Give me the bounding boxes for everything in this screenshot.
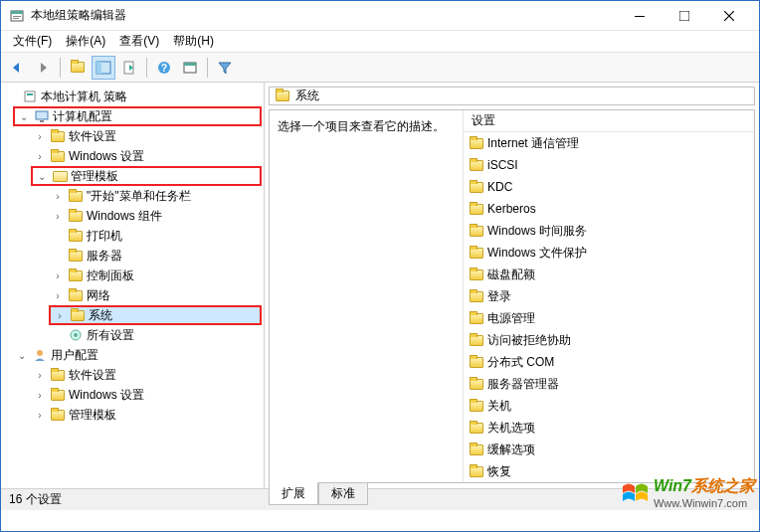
list-item-label: Windows 时间服务	[487, 223, 587, 240]
toggle-icon[interactable]: ⌄	[17, 109, 31, 123]
tree-label: 管理模板	[69, 407, 116, 424]
app-icon	[9, 8, 25, 24]
tree-label: Windows 组件	[87, 208, 162, 225]
svg-rect-7	[96, 62, 101, 74]
column-header-settings[interactable]: 设置	[464, 110, 754, 132]
tree-computer-config[interactable]: ⌄ 计算机配置	[13, 106, 262, 126]
folder-icon	[51, 151, 65, 162]
toggle-icon[interactable]: ›	[33, 149, 47, 163]
tree-admin-templates[interactable]: ⌄管理模板	[31, 166, 262, 186]
folder-icon	[470, 335, 483, 346]
toolbar: ?	[1, 53, 759, 83]
tree-root[interactable]: 本地计算机 策略	[3, 87, 262, 106]
tree-user-config[interactable]: ⌄ 用户配置	[13, 345, 262, 365]
folder-icon	[51, 410, 65, 421]
tree-servers[interactable]: 服务器	[49, 246, 262, 266]
menu-help[interactable]: 帮助(H)	[167, 31, 220, 52]
list-item[interactable]: 缓解选项	[464, 439, 754, 460]
folder-icon	[470, 248, 483, 259]
list-item[interactable]: KDC	[464, 176, 754, 198]
tree-printers[interactable]: 打印机	[49, 226, 262, 246]
menu-file[interactable]: 文件(F)	[7, 31, 58, 52]
folder-icon	[69, 270, 83, 281]
list-item[interactable]: 电源管理	[464, 307, 754, 329]
details-pane: 系统 选择一个项目来查看它的描述。 设置 Internet 通信管理iSCSIK…	[265, 83, 759, 488]
toggle-icon[interactable]: ›	[33, 129, 47, 143]
export-button[interactable]	[117, 56, 141, 80]
list-item-label: 访问被拒绝协助	[487, 332, 571, 349]
folder-icon	[71, 310, 85, 321]
section-title: 系统	[295, 88, 319, 104]
toggle-icon[interactable]: ⌄	[35, 169, 49, 183]
folder-icon	[51, 390, 65, 401]
folder-icon	[69, 191, 83, 202]
tree-control-panel[interactable]: ›控制面板	[49, 266, 262, 285]
list-item-label: 磁盘配额	[487, 266, 535, 283]
tab-standard[interactable]: 标准	[318, 483, 368, 505]
list-item[interactable]: 分布式 COM	[464, 351, 754, 373]
settings-list[interactable]: Internet 通信管理iSCSIKDCKerberosWindows 时间服…	[464, 132, 754, 482]
toggle-icon[interactable]: ›	[33, 408, 47, 422]
folder-icon	[470, 182, 483, 193]
toggle-icon[interactable]: ›	[51, 288, 65, 302]
list-item[interactable]: Kerberos	[464, 198, 754, 220]
toggle-icon[interactable]: ›	[51, 209, 65, 223]
tree-windows-components[interactable]: ›Windows 组件	[49, 206, 262, 226]
close-button[interactable]	[706, 2, 751, 30]
tree-u-admin[interactable]: ›管理模板	[31, 405, 262, 425]
status-text: 16 个设置	[9, 491, 62, 508]
toggle-icon[interactable]: ›	[33, 368, 47, 382]
list-item-label: 服务器管理器	[487, 376, 559, 393]
minimize-button[interactable]	[617, 2, 662, 30]
list-item[interactable]: Windows 时间服务	[464, 220, 754, 242]
tree-software-settings[interactable]: ›软件设置	[31, 126, 262, 146]
svg-rect-1	[11, 11, 23, 14]
list-item[interactable]: 关机	[464, 395, 754, 417]
folder-icon	[69, 251, 83, 262]
toggle-icon[interactable]: ›	[53, 308, 67, 322]
tree-label: Windows 设置	[69, 148, 144, 165]
toggle-icon[interactable]: ›	[51, 189, 65, 203]
back-button[interactable]	[5, 56, 29, 80]
show-hide-tree-button[interactable]	[92, 56, 115, 80]
tree-start-menu[interactable]: ›"开始"菜单和任务栏	[49, 186, 262, 206]
tree-all-settings[interactable]: 所有设置	[49, 325, 262, 345]
tree-u-software[interactable]: ›软件设置	[31, 365, 262, 385]
list-item[interactable]: 访问被拒绝协助	[464, 329, 754, 351]
separator	[146, 58, 147, 78]
list-item[interactable]: iSCSI	[464, 154, 754, 176]
list-item[interactable]: 磁盘配额	[464, 264, 754, 285]
list-item-label: KDC	[487, 180, 512, 194]
tree-pane[interactable]: 本地计算机 策略 ⌄ 计算机配置 ›软件设置 ›Windows 设置	[1, 83, 265, 488]
list-item-label: 关机	[487, 398, 511, 415]
toggle-icon[interactable]: ⌄	[15, 348, 29, 362]
list-item[interactable]: 服务器管理器	[464, 373, 754, 395]
list-item-label: 关机选项	[487, 420, 535, 437]
tree-label: 控制面板	[87, 267, 134, 284]
list-item[interactable]: 关机选项	[464, 417, 754, 439]
toggle-icon[interactable]: ›	[51, 268, 65, 282]
forward-button[interactable]	[31, 56, 55, 80]
tree-label: 网络	[87, 287, 110, 304]
tree-system[interactable]: ›系统	[49, 305, 262, 325]
up-button[interactable]	[66, 56, 90, 80]
tree-network[interactable]: ›网络	[49, 285, 262, 305]
properties-button[interactable]	[178, 56, 202, 80]
toggle-icon[interactable]: ›	[33, 388, 47, 402]
tab-extended[interactable]: 扩展	[269, 482, 318, 505]
list-item[interactable]: Windows 文件保护	[464, 242, 754, 264]
filter-button[interactable]	[213, 56, 237, 80]
list-item[interactable]: Internet 通信管理	[464, 132, 754, 154]
menu-action[interactable]: 操作(A)	[60, 31, 111, 52]
tree-label: 用户配置	[51, 347, 98, 364]
menu-view[interactable]: 查看(V)	[113, 31, 165, 52]
tree-u-windows[interactable]: ›Windows 设置	[31, 385, 262, 405]
description-column: 选择一个项目来查看它的描述。	[270, 110, 464, 482]
tree-windows-settings[interactable]: ›Windows 设置	[31, 146, 262, 166]
list-item-label: 登录	[487, 288, 511, 305]
help-button[interactable]: ?	[152, 56, 176, 80]
list-item[interactable]: 登录	[464, 285, 754, 307]
svg-text:?: ?	[161, 63, 167, 74]
maximize-button[interactable]	[662, 2, 706, 30]
list-item[interactable]: 恢复	[464, 460, 754, 482]
